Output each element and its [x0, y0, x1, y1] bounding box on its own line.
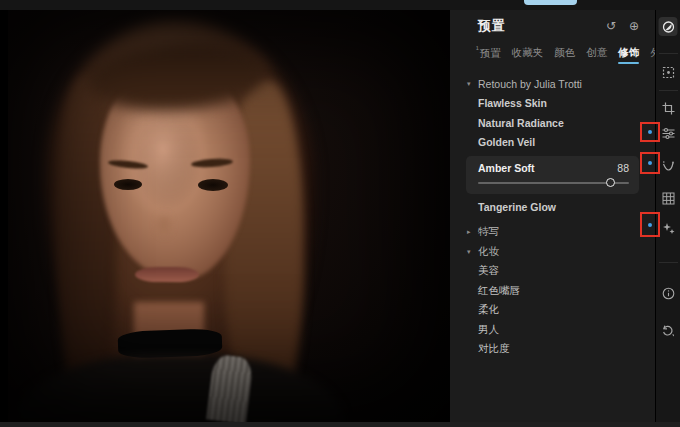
preset-men[interactable]: 男人: [450, 320, 655, 340]
preset-contrast[interactable]: 对比度: [450, 340, 655, 360]
presets-panel: 预置 ↺ ⊕ ¹预置 收藏夹 颜色 创意 修饰 外部 ▾ Retouch by …: [450, 10, 655, 422]
adjust-sliders-icon[interactable]: [658, 123, 678, 143]
panel-tabs: ¹预置 收藏夹 颜色 创意 修饰 外部: [450, 42, 655, 66]
preset-soften[interactable]: 柔化: [450, 301, 655, 321]
presets-looks-icon[interactable]: [659, 17, 678, 36]
bottom-bar: [0, 422, 680, 427]
info-icon[interactable]: [658, 283, 678, 303]
reset-icon[interactable]: ↺: [604, 19, 618, 33]
photo-canvas[interactable]: [8, 10, 450, 422]
mask-selection-icon[interactable]: [658, 62, 678, 82]
annotation-dot-2: [648, 161, 652, 165]
preset-golden-veil[interactable]: Golden Veil: [450, 133, 655, 153]
tab-creative[interactable]: 创意: [586, 46, 607, 66]
chevron-down-icon: ▾: [467, 248, 471, 256]
add-preset-icon[interactable]: ⊕: [627, 19, 641, 33]
preset-flawless-skin[interactable]: Flawless Skin: [450, 94, 655, 114]
presets-list: ▾ Retouch by Julia Trotti Flawless Skin …: [450, 66, 655, 359]
top-bar: [0, 0, 680, 10]
tab-presets-mark: ¹: [476, 45, 479, 54]
ai-sparkles-icon[interactable]: [658, 218, 678, 238]
tab-favorites[interactable]: 收藏夹: [512, 46, 544, 66]
chevron-right-icon: ▸: [467, 228, 471, 236]
toolbar-separator: [659, 53, 678, 54]
tab-color[interactable]: 颜色: [554, 46, 575, 66]
top-blue-indicator: [524, 0, 577, 5]
grid-lut-icon[interactable]: [658, 188, 678, 208]
annotation-box-2[interactable]: [640, 152, 660, 174]
selected-preset-value: 88: [617, 162, 629, 174]
amber-soft-slider[interactable]: [478, 182, 629, 184]
toolbar-separator: [659, 262, 678, 263]
panel-header: 预置 ↺ ⊕: [450, 10, 655, 42]
photo-vignette: [8, 10, 450, 422]
tab-presets[interactable]: ¹预置: [476, 45, 501, 67]
panel-title: 预置: [478, 17, 505, 35]
undo-icon[interactable]: [658, 320, 678, 340]
annotation-dot-3: [648, 223, 652, 227]
toolbar-separator: [659, 90, 678, 91]
crop-icon[interactable]: [658, 98, 678, 118]
preset-red-lips[interactable]: 红色嘴唇: [450, 281, 655, 301]
annotation-dot-1: [648, 130, 652, 134]
preset-natural-radiance[interactable]: Natural Radiance: [450, 113, 655, 133]
chevron-down-icon: ▾: [467, 80, 471, 88]
selected-preset-name: Amber Soft: [478, 162, 535, 174]
group-closeup[interactable]: ▸ 特写: [450, 223, 655, 243]
amber-slider-knob[interactable]: [606, 178, 615, 187]
brush-curve-icon[interactable]: [658, 156, 678, 176]
preset-tangerine-glow[interactable]: Tangerine Glow: [450, 197, 655, 217]
tab-retouch[interactable]: 修饰: [618, 46, 639, 66]
preset-beauty[interactable]: 美容: [450, 262, 655, 282]
annotation-box-1[interactable]: [640, 122, 660, 142]
group-retouch-by-julia-trotti[interactable]: ▾ Retouch by Julia Trotti: [450, 74, 655, 94]
annotation-box-3[interactable]: [640, 212, 660, 237]
group-makeup[interactable]: ▾ 化妆: [450, 242, 655, 262]
selected-preset-card[interactable]: Amber Soft 88: [466, 156, 639, 194]
